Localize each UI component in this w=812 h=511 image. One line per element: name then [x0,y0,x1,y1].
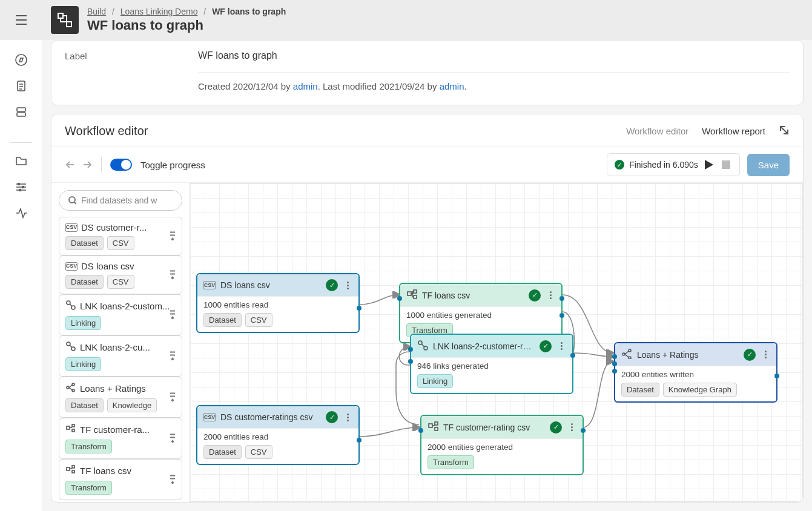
workflow-panel: Workflow editor Workflow editor Workflow… [51,114,804,503]
drag-handle-icon[interactable] [168,391,177,404]
drag-handle-icon[interactable] [168,432,177,445]
node-ds-customer[interactable]: CSVDS customer-ratings csv✓ 2000 entitie… [196,405,360,465]
csv-icon: CSV [65,223,78,232]
meta-timestamps: Created 2020/12/04 by admin. Last modifi… [198,72,790,91]
hamburger-button[interactable] [0,0,42,40]
nav-activity-icon[interactable] [15,206,28,221]
topbar: Build / Loans Linking Demo / WF loans to… [42,0,812,40]
undo-button[interactable] [65,160,76,170]
tag: Dataset [65,398,104,412]
svg-point-15 [67,386,69,389]
svg-point-10 [69,197,75,203]
svg-point-16 [72,383,74,386]
play-button[interactable] [703,159,715,171]
node-loans-ratings[interactable]: Loans + Ratings✓ 2000 entities writtenDa… [614,342,777,403]
node-lnk[interactable]: LNK loans-2-customer-ra...✓ 946 links ge… [410,334,573,394]
tag: Knowledge Graph [663,383,737,397]
meta-modified-user[interactable]: admin [440,81,464,91]
tag: Linking [417,374,453,388]
nav-settings-icon[interactable] [15,180,28,195]
nav-compass-icon[interactable] [15,53,28,68]
svg-rect-22 [72,466,74,468]
transform-icon [406,289,417,302]
node-menu-button[interactable] [546,291,555,299]
graph-icon [65,382,76,395]
drag-handle-icon[interactable] [168,350,177,363]
breadcrumb: Build / Loans Linking Demo / WF loans to… [87,7,286,16]
transform-icon [65,464,76,477]
svg-rect-2 [17,108,25,111]
workflow-title: Workflow editor [65,124,148,138]
drag-handle-icon[interactable] [168,309,177,321]
palette-item[interactable]: Loans + Ratings DatasetKnowledge [59,377,182,418]
redo-button[interactable] [82,160,93,170]
tag: Dataset [203,445,242,459]
svg-rect-8 [67,22,71,27]
drag-handle-icon[interactable] [168,473,177,486]
left-sidebar [0,0,42,511]
tag: Dataset [65,236,104,250]
svg-rect-3 [17,113,25,116]
svg-rect-31 [435,427,438,430]
palette-item[interactable]: TF loans csv Transform [59,459,182,500]
search-icon [68,196,76,205]
svg-rect-9 [722,160,730,169]
nav-server-icon[interactable] [15,105,28,120]
search-box[interactable] [59,190,182,211]
node-menu-button[interactable] [343,282,352,289]
status-success-icon: ✓ [326,279,338,291]
breadcrumb-root[interactable]: Build [87,7,106,16]
svg-point-17 [72,389,74,392]
status-success-icon: ✓ [744,349,756,361]
svg-rect-7 [58,13,63,18]
palette-item-title: DS loans csv [81,261,134,271]
stop-button[interactable] [720,159,732,171]
tab-workflow-report[interactable]: Workflow report [702,126,765,136]
svg-rect-20 [72,429,74,432]
app-logo-icon [56,12,73,28]
workflow-canvas[interactable]: CSVDS loans csv✓ 1000 entities readDatas… [190,183,803,502]
csv-icon: CSV [65,262,78,271]
palette-item[interactable]: CSVDS customer-r... DatasetCSV [59,217,182,256]
meta-created-user[interactable]: admin [293,81,318,91]
node-menu-button[interactable] [556,342,566,350]
drag-handle-icon[interactable] [168,269,177,282]
node-menu-button[interactable] [761,351,770,358]
expand-button[interactable] [779,125,790,137]
node-ds-loans[interactable]: CSVDS loans csv✓ 1000 entities readDatas… [196,273,360,333]
svg-point-32 [622,353,625,355]
tab-workflow-editor[interactable]: Workflow editor [626,126,688,136]
palette-item[interactable]: CSVDS loans csv DatasetCSV [59,256,182,294]
svg-rect-24 [408,292,411,295]
save-button[interactable]: Save [747,154,790,176]
palette-item[interactable]: LNK loans-2-cu... Linking [59,335,182,377]
palette-item[interactable]: TF customer-ra... Transform [59,418,182,459]
nav-clipboard-icon[interactable] [15,79,28,94]
svg-rect-19 [72,424,74,427]
node-menu-button[interactable] [567,423,576,431]
nav-folder-icon[interactable] [15,154,28,169]
node-tf-customer[interactable]: TF customer-rating csv✓ 2000 entities ge… [420,415,584,475]
tag: Linking [65,316,101,330]
tag: Dataset [65,275,104,289]
breadcrumb-current: WF loans to graph [212,7,286,16]
tag: Dataset [621,383,659,397]
run-status: ✓ Finished in 6.090s [607,153,740,176]
csv-icon: CSV [203,281,216,289]
app-logo [51,6,79,34]
csv-icon: CSV [203,413,216,421]
page-title: WF loans to graph [87,18,286,33]
drag-handle-icon[interactable] [168,230,177,243]
sidebar-divider [10,142,32,143]
search-input[interactable] [81,196,173,205]
node-menu-button[interactable] [343,414,352,421]
palette-item[interactable]: LNK loans-2-custom... Linking [59,294,182,335]
palette-item-title: LNK loans-2-custom... [80,301,170,311]
breadcrumb-project[interactable]: Loans Linking Demo [120,7,198,16]
toggle-progress[interactable] [110,159,132,171]
link-icon [417,340,428,352]
tag: CSV [107,275,134,289]
toggle-progress-label: Toggle progress [140,160,205,170]
status-success-icon: ✓ [540,340,552,352]
status-check-icon: ✓ [615,160,624,170]
